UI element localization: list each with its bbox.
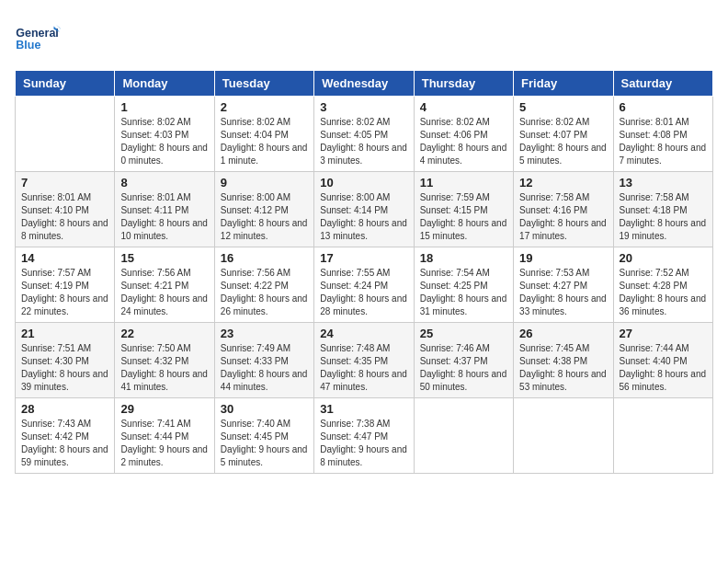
calendar-cell	[514, 398, 613, 474]
weekday-header-wednesday: Wednesday	[314, 71, 414, 97]
day-number: 12	[519, 176, 607, 190]
day-number: 16	[221, 251, 308, 265]
day-number: 9	[221, 176, 308, 190]
day-info: Sunrise: 7:50 AMSunset: 4:32 PMDaylight:…	[120, 342, 208, 394]
week-row-1: 1 Sunrise: 8:02 AMSunset: 4:03 PMDayligh…	[16, 97, 713, 172]
day-number: 19	[519, 251, 607, 265]
calendar-cell: 29 Sunrise: 7:41 AMSunset: 4:44 PMDaylig…	[115, 398, 214, 474]
day-number: 13	[620, 176, 707, 190]
day-info: Sunrise: 7:46 AMSunset: 4:37 PMDaylight:…	[420, 342, 507, 394]
day-info: Sunrise: 7:54 AMSunset: 4:25 PMDaylight:…	[420, 267, 507, 318]
day-info: Sunrise: 7:44 AMSunset: 4:40 PMDaylight:…	[620, 342, 707, 394]
calendar-table: SundayMondayTuesdayWednesdayThursdayFrid…	[15, 70, 713, 474]
day-number: 15	[120, 251, 208, 265]
weekday-header-friday: Friday	[514, 71, 613, 97]
calendar-cell: 11 Sunrise: 7:59 AMSunset: 4:15 PMDaylig…	[414, 172, 513, 247]
day-info: Sunrise: 7:57 AMSunset: 4:19 PMDaylight:…	[21, 267, 108, 318]
day-number: 1	[120, 100, 208, 114]
day-number: 7	[21, 176, 108, 190]
day-number: 8	[120, 176, 208, 190]
day-number: 22	[120, 327, 208, 340]
day-number: 2	[221, 100, 308, 114]
calendar-cell: 17 Sunrise: 7:55 AMSunset: 4:24 PMDaylig…	[314, 247, 414, 323]
svg-text:Blue: Blue	[16, 39, 40, 52]
calendar-cell: 10 Sunrise: 8:00 AMSunset: 4:14 PMDaylig…	[314, 172, 414, 247]
week-row-3: 14 Sunrise: 7:57 AMSunset: 4:19 PMDaylig…	[16, 247, 713, 323]
day-number: 27	[620, 327, 707, 340]
day-info: Sunrise: 8:01 AMSunset: 4:11 PMDaylight:…	[120, 191, 208, 243]
day-info: Sunrise: 8:02 AMSunset: 4:07 PMDaylight:…	[519, 116, 607, 167]
day-info: Sunrise: 8:02 AMSunset: 4:05 PMDaylight:…	[320, 116, 407, 167]
calendar-cell: 1 Sunrise: 8:02 AMSunset: 4:03 PMDayligh…	[115, 97, 214, 172]
weekday-header-saturday: Saturday	[613, 71, 712, 97]
logo-svg: General Blue	[15, 15, 61, 61]
calendar-cell: 19 Sunrise: 7:53 AMSunset: 4:27 PMDaylig…	[514, 247, 613, 323]
calendar-cell: 15 Sunrise: 7:56 AMSunset: 4:21 PMDaylig…	[115, 247, 214, 323]
day-number: 28	[21, 402, 108, 416]
day-info: Sunrise: 7:40 AMSunset: 4:45 PMDaylight:…	[221, 418, 308, 469]
weekday-header-tuesday: Tuesday	[214, 71, 313, 97]
day-number: 29	[120, 402, 208, 416]
day-number: 20	[620, 251, 707, 265]
week-row-4: 21 Sunrise: 7:51 AMSunset: 4:30 PMDaylig…	[16, 323, 713, 398]
day-number: 18	[420, 251, 507, 265]
day-number: 23	[221, 327, 308, 340]
calendar-cell	[613, 398, 712, 474]
day-info: Sunrise: 7:41 AMSunset: 4:44 PMDaylight:…	[120, 418, 208, 469]
day-number: 11	[420, 176, 507, 190]
day-number: 17	[320, 251, 407, 265]
calendar-cell: 18 Sunrise: 7:54 AMSunset: 4:25 PMDaylig…	[414, 247, 513, 323]
day-info: Sunrise: 7:51 AMSunset: 4:30 PMDaylight:…	[21, 342, 108, 394]
calendar-cell: 31 Sunrise: 7:38 AMSunset: 4:47 PMDaylig…	[314, 398, 414, 474]
day-info: Sunrise: 7:56 AMSunset: 4:21 PMDaylight:…	[120, 267, 208, 318]
calendar-cell: 26 Sunrise: 7:45 AMSunset: 4:38 PMDaylig…	[514, 323, 613, 398]
day-info: Sunrise: 7:56 AMSunset: 4:22 PMDaylight:…	[221, 267, 308, 318]
week-row-2: 7 Sunrise: 8:01 AMSunset: 4:10 PMDayligh…	[16, 172, 713, 247]
day-number: 31	[320, 402, 407, 416]
weekday-header-monday: Monday	[115, 71, 214, 97]
calendar-cell: 5 Sunrise: 8:02 AMSunset: 4:07 PMDayligh…	[514, 97, 613, 172]
calendar-cell: 27 Sunrise: 7:44 AMSunset: 4:40 PMDaylig…	[613, 323, 712, 398]
calendar-cell: 14 Sunrise: 7:57 AMSunset: 4:19 PMDaylig…	[16, 247, 115, 323]
day-info: Sunrise: 8:02 AMSunset: 4:04 PMDaylight:…	[221, 116, 308, 167]
day-info: Sunrise: 7:45 AMSunset: 4:38 PMDaylight:…	[519, 342, 607, 394]
day-number: 10	[320, 176, 407, 190]
calendar-cell: 30 Sunrise: 7:40 AMSunset: 4:45 PMDaylig…	[214, 398, 313, 474]
calendar-cell: 21 Sunrise: 7:51 AMSunset: 4:30 PMDaylig…	[16, 323, 115, 398]
day-info: Sunrise: 8:02 AMSunset: 4:06 PMDaylight:…	[420, 116, 507, 167]
weekday-header-sunday: Sunday	[16, 71, 115, 97]
calendar-cell: 6 Sunrise: 8:01 AMSunset: 4:08 PMDayligh…	[613, 97, 712, 172]
day-number: 14	[21, 251, 108, 265]
calendar-cell: 12 Sunrise: 7:58 AMSunset: 4:16 PMDaylig…	[514, 172, 613, 247]
calendar-cell: 2 Sunrise: 8:02 AMSunset: 4:04 PMDayligh…	[214, 97, 313, 172]
day-info: Sunrise: 8:01 AMSunset: 4:10 PMDaylight:…	[21, 191, 108, 243]
calendar-cell: 13 Sunrise: 7:58 AMSunset: 4:18 PMDaylig…	[613, 172, 712, 247]
day-number: 25	[420, 327, 507, 340]
day-number: 30	[221, 402, 308, 416]
calendar-cell: 28 Sunrise: 7:43 AMSunset: 4:42 PMDaylig…	[16, 398, 115, 474]
calendar-cell: 3 Sunrise: 8:02 AMSunset: 4:05 PMDayligh…	[314, 97, 414, 172]
day-number: 3	[320, 100, 407, 114]
day-info: Sunrise: 7:38 AMSunset: 4:47 PMDaylight:…	[320, 418, 407, 469]
week-row-5: 28 Sunrise: 7:43 AMSunset: 4:42 PMDaylig…	[16, 398, 713, 474]
day-number: 5	[519, 100, 607, 114]
calendar-cell: 25 Sunrise: 7:46 AMSunset: 4:37 PMDaylig…	[414, 323, 513, 398]
day-info: Sunrise: 7:43 AMSunset: 4:42 PMDaylight:…	[21, 418, 108, 469]
calendar-cell: 16 Sunrise: 7:56 AMSunset: 4:22 PMDaylig…	[214, 247, 313, 323]
logo: General Blue	[15, 15, 61, 61]
day-number: 26	[519, 327, 607, 340]
day-number: 21	[21, 327, 108, 340]
calendar-cell: 4 Sunrise: 8:02 AMSunset: 4:06 PMDayligh…	[414, 97, 513, 172]
calendar-cell: 9 Sunrise: 8:00 AMSunset: 4:12 PMDayligh…	[214, 172, 313, 247]
weekday-header-thursday: Thursday	[414, 71, 513, 97]
weekday-header-row: SundayMondayTuesdayWednesdayThursdayFrid…	[16, 71, 713, 97]
header: General Blue	[15, 15, 713, 61]
day-number: 6	[620, 100, 707, 114]
calendar-cell: 7 Sunrise: 8:01 AMSunset: 4:10 PMDayligh…	[16, 172, 115, 247]
day-info: Sunrise: 7:49 AMSunset: 4:33 PMDaylight:…	[221, 342, 308, 394]
calendar-cell	[16, 97, 115, 172]
day-info: Sunrise: 7:59 AMSunset: 4:15 PMDaylight:…	[420, 191, 507, 243]
day-info: Sunrise: 7:58 AMSunset: 4:16 PMDaylight:…	[519, 191, 607, 243]
day-info: Sunrise: 7:58 AMSunset: 4:18 PMDaylight:…	[620, 191, 707, 243]
day-info: Sunrise: 8:00 AMSunset: 4:14 PMDaylight:…	[320, 191, 407, 243]
